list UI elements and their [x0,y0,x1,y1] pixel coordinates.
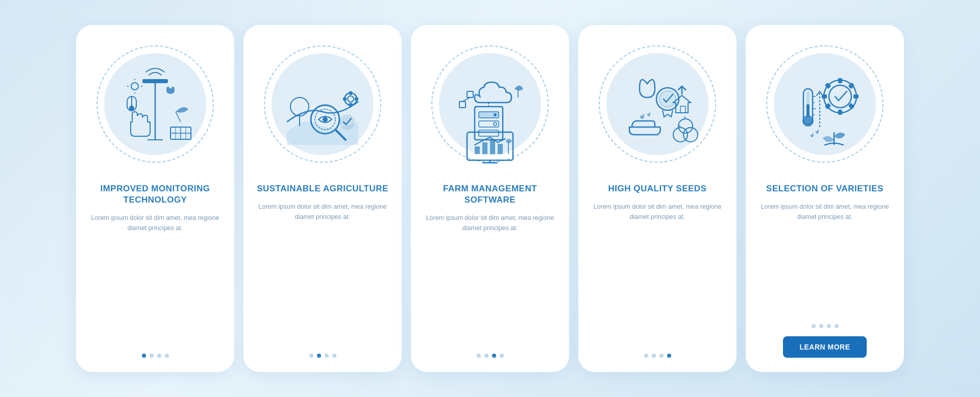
dot[interactable] [317,354,321,358]
card-monitoring-technology: IMPROVED MONITORING TECHNOLOGY Lorem ips… [76,25,234,372]
sustainable-agri-icon [272,61,374,163]
card-high-quality-seeds: HIGH QUALITY SEEDS Lorem ipsum dolor sit… [578,25,737,372]
dot[interactable] [325,354,329,358]
dots-4 [644,344,671,358]
svg-point-55 [683,128,698,142]
svg-point-36 [494,122,497,126]
svg-rect-34 [479,130,499,136]
dot[interactable] [500,354,504,358]
card-illustration-4 [578,25,737,183]
dot[interactable] [484,354,488,358]
svg-point-51 [659,91,676,107]
svg-point-18 [290,97,309,116]
card-content-2: SUSTAINABLE AGRICULTURE Lorem ipsum dolo… [243,183,402,358]
dots-5 [812,315,839,328]
card-illustration-1 [76,25,234,183]
dots-3 [477,344,504,358]
svg-rect-39 [475,146,480,154]
svg-rect-48 [459,102,465,108]
svg-point-5 [131,83,138,90]
dot[interactable] [667,354,671,358]
cards-container: IMPROVED MONITORING TECHNOLOGY Lorem ips… [56,10,924,387]
card-desc-2: Lorem ipsum dolor sit dim amet, mea regi… [257,202,388,222]
svg-rect-62 [838,110,842,115]
svg-line-49 [462,97,470,102]
svg-rect-40 [482,142,487,154]
farm-mgmt-icon [439,61,541,163]
svg-rect-61 [838,78,842,83]
svg-rect-52 [680,106,685,113]
card-title-2: SUSTAINABLE AGRICULTURE [257,183,388,194]
card-content-4: HIGH QUALITY SEEDS Lorem ipsum dolor sit… [578,183,737,358]
svg-rect-26 [349,91,352,95]
dot[interactable] [659,354,664,358]
card-illustration-5 [746,25,904,183]
svg-rect-27 [349,103,352,107]
card-desc-1: Lorem ipsum dolor sit dim amet, mea regi… [89,213,221,233]
svg-rect-28 [343,97,347,101]
svg-line-10 [176,112,181,122]
svg-rect-33 [479,121,499,127]
card-title-3: FARM MANAGEMENT SOFTWARE [424,183,556,206]
dot[interactable] [827,324,831,328]
dot[interactable] [652,354,656,358]
dot[interactable] [165,354,169,358]
svg-point-35 [494,113,497,116]
monitoring-tech-icon [104,61,206,163]
card-farm-management: FARM MANAGEMENT SOFTWARE Lorem ipsum dol… [411,25,569,372]
svg-point-60 [829,85,851,108]
card-selection-varieties: SELECTION OF VARIETIES Lorem ipsum dolor… [746,25,904,372]
card-title-1: IMPROVED MONITORING TECHNOLOGY [89,183,221,206]
svg-rect-47 [467,91,473,97]
dot[interactable] [819,324,823,328]
dot[interactable] [332,354,336,358]
svg-rect-42 [498,144,503,154]
dot[interactable] [142,354,146,358]
dots-1 [142,344,169,358]
card-desc-4: Lorem ipsum dolor sit dim amet, mea regi… [592,202,723,222]
svg-point-56 [678,119,693,133]
card-content-1: IMPROVED MONITORING TECHNOLOGY Lorem ips… [76,183,234,358]
svg-rect-1 [142,79,168,83]
card-content-3: FARM MANAGEMENT SOFTWARE Lorem ipsum dol… [411,183,569,358]
card-title-4: HIGH QUALITY SEEDS [608,183,707,194]
svg-point-72 [803,116,813,126]
card-title-5: SELECTION OF VARIETIES [766,183,884,194]
svg-rect-71 [806,104,810,117]
dot[interactable] [492,354,496,358]
dot[interactable] [477,354,481,358]
svg-point-23 [323,117,328,122]
learn-more-button[interactable]: LEARN MORE [783,336,866,358]
dot[interactable] [309,354,313,358]
svg-point-30 [340,115,354,129]
varieties-icon [774,61,876,163]
card-content-5: SELECTION OF VARIETIES Lorem ipsum dolor… [746,183,904,358]
card-sustainable-agriculture: SUSTAINABLE AGRICULTURE Lorem ipsum dolo… [243,25,402,372]
svg-rect-64 [853,94,859,98]
dot[interactable] [644,354,648,358]
dot[interactable] [157,354,161,358]
card-desc-3: Lorem ipsum dolor sit dim amet, mea regi… [424,213,556,233]
svg-rect-29 [355,97,358,101]
dot[interactable] [835,324,839,328]
dots-2 [309,344,336,358]
svg-point-25 [348,96,354,102]
svg-point-4 [129,106,134,111]
svg-rect-41 [490,140,495,154]
card-illustration-3 [411,25,569,183]
card-desc-5: Lorem ipsum dolor sit dim amet, mea regi… [759,202,891,222]
dot[interactable] [812,324,816,328]
card-illustration-2 [243,25,402,183]
dot[interactable] [150,354,154,358]
seeds-icon [606,61,708,163]
